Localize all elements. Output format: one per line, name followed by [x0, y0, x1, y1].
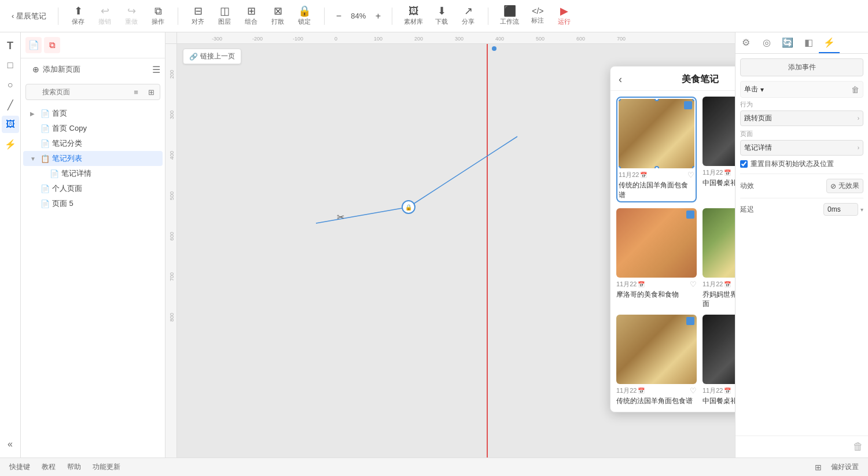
card-date-2: 11月22 📅: [703, 168, 731, 177]
text-tool-button[interactable]: T: [2, 37, 19, 54]
card-meta-1: 11月22 📅 ♡: [619, 171, 694, 179]
card-date-3: 11月22 📅: [616, 280, 645, 289]
assets-button[interactable]: 🖼 素材库: [399, 3, 428, 28]
grid-view-toggle[interactable]: ⊞: [144, 85, 158, 99]
shortcut-link[interactable]: 快捷键: [9, 462, 30, 472]
workflow-button[interactable]: ⬛ 工作流: [495, 3, 524, 28]
behavior-select[interactable]: 跳转页面 ›: [740, 110, 863, 126]
layer-button[interactable]: ◫ 图层: [212, 3, 237, 28]
sidebar-menu-icon[interactable]: ☰: [152, 64, 160, 75]
annotate-button[interactable]: </> 标注: [525, 5, 550, 27]
rp-tab-style[interactable]: ◎: [756, 32, 777, 53]
sidebar-header: ⊕ 添加新页面 ☰: [21, 58, 165, 80]
mobile-title: 美食笔记: [627, 73, 735, 86]
expand-arrow-home: ▶: [30, 110, 38, 117]
card-item-6[interactable]: 11月22 📅 ♡ 中国餐桌礼仪: [703, 315, 735, 406]
calendar-icon-6: 📅: [724, 388, 731, 394]
circle-tool-button[interactable]: ○: [2, 76, 19, 94]
align-button[interactable]: ⊟ 对齐: [185, 3, 211, 28]
lock-icon: 🔒: [298, 6, 311, 16]
page-label-personal: 个人页面: [52, 183, 82, 194]
help-link[interactable]: 帮助: [67, 462, 81, 472]
canvas-content[interactable]: 200 300 400 500 600 700 800 🔗 链接上一页 ✂ 🔒: [165, 44, 735, 457]
calendar-icon-1: 📅: [640, 172, 647, 178]
collapse-panel-button[interactable]: «: [2, 436, 19, 453]
card-image-1: [619, 99, 694, 168]
heart-icon-1[interactable]: ♡: [687, 171, 694, 179]
page-item-personal[interactable]: 📄 个人页面: [23, 181, 163, 196]
card-item-2[interactable]: 11月22 📅 ♡ 中国餐桌礼仪: [703, 97, 735, 202]
annotate-icon: </>: [532, 7, 543, 15]
mobile-back-button[interactable]: ‹: [619, 73, 622, 86]
lightning-tool-button[interactable]: ⚡: [2, 135, 19, 153]
page-label-home-copy: 首页 Copy: [52, 123, 87, 134]
operate-button[interactable]: ⧉ 操作: [145, 3, 171, 28]
page-item-note-cat[interactable]: 📄 笔记分类: [23, 136, 163, 151]
handle-tc: [654, 99, 659, 101]
trigger-chevron[interactable]: ▾: [760, 86, 764, 94]
connection-node[interactable]: 🔒: [402, 200, 415, 214]
heart-icon-5[interactable]: ♡: [690, 386, 697, 395]
save-button[interactable]: ⬆ 保存: [65, 3, 91, 28]
list-view-toggle[interactable]: ≡: [129, 85, 143, 99]
effect-button[interactable]: ⊘ 无效果: [826, 179, 863, 193]
updates-link[interactable]: 功能更新: [93, 462, 120, 472]
frame-top-dot: [492, 46, 496, 51]
rp-tab-component[interactable]: ◧: [798, 32, 819, 53]
page-item-note-list[interactable]: ▼ 📋 笔记列表: [23, 151, 163, 166]
delay-controls: 0ms ▾: [823, 203, 863, 216]
svg-text:-300: -300: [212, 36, 222, 42]
combine-button[interactable]: ⊞ 组合: [238, 3, 264, 28]
card-item-3[interactable]: 11月22 📅 ♡ 摩洛哥的美食和食物: [616, 208, 697, 309]
link-prev-page-button[interactable]: 🔗 链接上一页: [183, 49, 241, 64]
toolbar-group-file: ⬆ 保存 ↩ 撤销 ↪ 重做 ⧉ 操作: [65, 3, 171, 28]
card-title-2: 中国餐桌礼仪: [703, 178, 735, 188]
zoom-out-button[interactable]: −: [332, 9, 345, 23]
sidebar-layers-tab[interactable]: ⧉: [44, 37, 60, 53]
download-button[interactable]: ⬇ 下载: [429, 3, 454, 28]
canvas-area[interactable]: -300 -200 -100 0 100 200 300 400 500 600…: [165, 32, 735, 457]
interaction-icon: 🔄: [782, 37, 793, 48]
page-icon-personal: 📄: [41, 185, 50, 193]
mobile-app-header: ‹ 美食笔记 ↺: [610, 67, 735, 91]
add-event-button[interactable]: 添加事件: [740, 58, 863, 76]
back-button[interactable]: ‹ 星辰笔记: [7, 9, 51, 24]
rp-tab-interaction[interactable]: 🔄: [777, 32, 798, 53]
svg-line-18: [409, 136, 517, 207]
rp-tab-settings[interactable]: ⚙: [735, 32, 756, 53]
svg-text:100: 100: [374, 36, 382, 42]
trigger-delete-button[interactable]: 🗑: [851, 85, 859, 94]
handle-bl: [619, 166, 621, 168]
delete-interaction-button[interactable]: 🗑: [853, 441, 863, 453]
sidebar-pages-tab[interactable]: 📄: [25, 37, 42, 53]
card-item-4[interactable]: 11月22 📅 ♡ 乔妈妈世界著名的意大利面: [703, 208, 735, 309]
image-tool-button[interactable]: 🖼: [2, 116, 19, 133]
zoom-in-button[interactable]: +: [371, 9, 385, 23]
scatter-button[interactable]: ⊠ 打散: [265, 3, 290, 28]
page-item-home-copy[interactable]: 📄 首页 Copy: [23, 121, 163, 136]
svg-text:400: 400: [495, 36, 504, 42]
run-button[interactable]: ▶ 运行: [551, 3, 577, 28]
delay-chevron[interactable]: ▾: [860, 206, 863, 213]
lock-button[interactable]: 🔒 锁定: [292, 3, 317, 28]
page-select[interactable]: 笔记详情 ›: [740, 140, 863, 156]
heart-icon-3[interactable]: ♡: [690, 280, 697, 289]
preferences-link[interactable]: 偏好设置: [831, 462, 859, 472]
rp-tab-lightning[interactable]: ⚡: [819, 32, 840, 53]
undo-button[interactable]: ↩ 撤销: [92, 3, 117, 28]
mobile-card-grid: 11月22 📅 ♡ 传统的法国羊角面包食谱: [610, 91, 735, 412]
card-item-1[interactable]: 11月22 📅 ♡ 传统的法国羊角面包食谱: [616, 97, 697, 202]
add-page-button[interactable]: ⊕ 添加新页面: [25, 61, 87, 78]
page-item-home[interactable]: ▶ 📄 首页: [23, 106, 163, 121]
reset-checkbox[interactable]: [740, 160, 748, 168]
left-sidebar: 📄 ⧉ ⊕ 添加新页面 ☰ 🔍 ≡ ⊞: [21, 32, 165, 457]
page-item-note-detail[interactable]: 📄 笔记详情: [23, 166, 163, 181]
line-tool-button[interactable]: ╱: [2, 96, 19, 113]
redo-button[interactable]: ↪ 重做: [119, 3, 144, 28]
rect-tool-button[interactable]: □: [2, 57, 19, 74]
tutorial-link[interactable]: 教程: [42, 462, 56, 472]
page-item-page5[interactable]: 📄 页面 5: [23, 196, 163, 211]
card-item-5[interactable]: 11月22 📅 ♡ 传统的法国羊角面包食谱: [616, 315, 697, 406]
share-button[interactable]: ↗ 分享: [455, 3, 481, 28]
undo-icon: ↩: [101, 6, 109, 16]
